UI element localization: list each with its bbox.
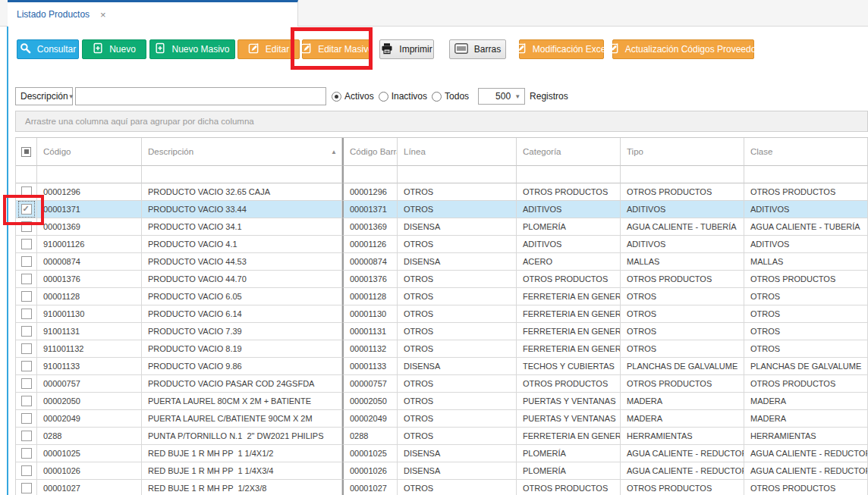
tab-close-icon[interactable]: × [100,10,106,20]
column-header-linea[interactable]: Línea [398,138,517,166]
cell-clase: MADERA [744,393,868,410]
cell-categoria: OTROS PRODUCTOS [517,480,621,495]
filter-cell [16,166,37,183]
column-header-codigo[interactable]: Código [37,138,142,166]
table-row[interactable]: 00000757 PRODUCTO VACIO PASAR COD 24GSFD… [16,375,868,393]
table-row[interactable]: 910001126 PRODUCTO VACIO 4.1 00001126 OT… [16,236,868,253]
table-row[interactable]: 00002050 PUERTA LAUREL 80CM X 2M + BATIE… [16,393,868,410]
table-row[interactable]: 00001296 PRODUCTO VACIO 32.65 CAJA 00001… [16,183,868,201]
row-checkbox-cell[interactable] [16,305,37,323]
row-checkbox-cell[interactable] [16,445,37,462]
nuevo-masivo-button[interactable]: Nuevo Masivo [149,39,235,59]
cell-categoria: FERRETERIA EN GENERAL [517,288,621,305]
table-row[interactable]: 00001371 PRODUCTO VACIO 33.44 00001371 O… [16,201,868,218]
cell-tipo: ADITIVOS [621,201,744,218]
row-checkbox[interactable] [21,326,32,337]
table-row[interactable]: 0288 PUNTA P/TORNILLO N.1 2" DW2021 PHIL… [16,428,868,445]
table-row[interactable]: 00002049 PUERTA LAUREL C/BATIENTE 90CM X… [16,410,868,428]
table-row[interactable]: 91001131 PRODUCTO VACIO 7.39 00001131 OT… [16,323,868,340]
cell-clase: MALLAS [744,253,868,271]
listado-productos-window: Listado Productos × Consultar Nuevo Nuev… [0,0,868,495]
column-header-codigo-barras[interactable]: Código Barras [342,138,398,166]
table-row[interactable]: 00001025 RED BUJE 1 R MH PP 1 1/4X1/2 00… [16,445,868,462]
filter-cell-clase[interactable] [744,166,868,183]
row-checkbox-cell[interactable] [16,323,37,340]
filter-cell-codigo[interactable] [37,166,142,183]
modificacion-excel-button[interactable]: Modificación Excel [519,39,604,59]
row-checkbox[interactable] [21,309,32,319]
search-field-selector[interactable]: Descripción ▼ [15,87,73,105]
cell-codigo-barras: 00001131 [342,323,398,340]
row-checkbox-cell[interactable] [16,288,37,305]
table-row[interactable]: 910001130 PRODUCTO VACIO 6.14 00001130 O… [16,305,868,323]
records-count-value: 500 [495,91,511,102]
row-checkbox[interactable] [21,239,32,249]
filter-cell-descripcion[interactable] [142,166,342,183]
filter-cell-categoria[interactable] [517,166,621,183]
column-header-tipo[interactable]: Tipo [621,138,744,166]
consultar-button[interactable]: Consultar [17,39,79,59]
table-row[interactable]: 00001376 PRODUCTO VACIO 44.70 00001376 O… [16,271,868,288]
cell-codigo: 00001376 [37,271,142,288]
row-checkbox-cell[interactable] [16,393,37,410]
row-checkbox[interactable] [21,483,32,493]
column-header-clase[interactable]: Clase [744,138,868,166]
grid-header-row: Código Descripción ▲ Código Barras Línea… [16,138,868,166]
barras-button[interactable]: Barras [449,39,506,59]
row-checkbox-cell[interactable] [16,428,37,445]
cell-linea: OTROS [398,428,517,445]
radio-inactivos[interactable]: Inactivos [379,91,427,102]
select-all-checkbox-cell[interactable] [16,138,37,166]
radio-todos[interactable]: Todos [432,91,469,102]
table-row[interactable]: 00001026 RED BUJE 1 R MH PP 1 1/4X3/4 00… [16,462,868,480]
cell-clase: OTROS [744,340,868,358]
row-checkbox[interactable] [21,465,32,476]
row-checkbox-cell[interactable] [16,480,37,495]
radio-todos-icon[interactable] [432,92,442,102]
row-checkbox-cell[interactable] [16,410,37,428]
group-by-panel[interactable]: Arrastre una columna aquí para agrupar p… [15,111,868,132]
filter-cell-linea[interactable] [398,166,517,183]
cell-codigo: 91001131 [37,323,142,340]
radio-activos[interactable]: Activos [332,91,374,102]
column-header-descripcion[interactable]: Descripción ▲ [142,138,342,166]
row-checkbox[interactable] [21,274,32,284]
column-header-categoria[interactable]: Categoría [517,138,621,166]
row-checkbox-cell[interactable] [16,375,37,393]
row-checkbox[interactable] [21,343,32,354]
table-row[interactable]: 00000874 PRODUCTO VACIO 44.53 00000874 D… [16,253,868,271]
table-row[interactable]: 911001132 PRODUCTO VACIO 8.19 00001132 O… [16,340,868,358]
select-all-checkbox[interactable] [21,147,31,157]
row-checkbox-cell[interactable] [16,236,37,253]
cell-codigo-barras: 0288 [342,428,398,445]
table-row[interactable]: 00001128 PRODUCTO VACIO 6.05 00001128 OT… [16,288,868,305]
row-checkbox[interactable] [21,256,32,267]
radio-activos-icon[interactable] [332,92,341,102]
actualizacion-codigos-proveedor-button[interactable]: Actualización Códigos Proveedor [612,39,754,59]
row-checkbox-cell[interactable] [16,462,37,480]
row-checkbox[interactable] [21,396,32,406]
table-row[interactable]: 00001027 RED BUJE 1 R MH PP 1/2X3/8 0000… [16,480,868,495]
row-checkbox[interactable] [21,378,32,389]
filter-cell-tipo[interactable] [621,166,744,183]
nuevo-button[interactable]: Nuevo [82,39,146,59]
cell-linea: OTROS [398,340,517,358]
row-checkbox[interactable] [21,448,32,459]
table-row[interactable]: 00001369 PRODUCTO VACIO 34.1 00001369 DI… [16,218,868,236]
row-checkbox-cell[interactable] [16,271,37,288]
row-checkbox-cell[interactable] [16,340,37,358]
row-checkbox[interactable] [21,413,32,424]
search-input[interactable] [75,87,326,105]
filter-cell-codigo-barras[interactable] [342,166,398,183]
row-checkbox[interactable] [21,291,32,302]
table-row[interactable]: 91001133 PRODUCTO VACIO 9.86 00001133 DI… [16,358,868,375]
records-count-select[interactable]: 500 ▼ [478,88,525,105]
cell-codigo: 00002049 [37,410,142,428]
row-checkbox[interactable] [21,361,32,371]
row-checkbox-cell[interactable] [16,253,37,271]
imprimir-button[interactable]: Imprimir [379,39,434,59]
tab-listado-productos[interactable]: Listado Productos × [8,0,298,27]
row-checkbox[interactable] [21,431,32,441]
row-checkbox-cell[interactable] [16,358,37,375]
radio-inactivos-icon[interactable] [379,92,388,102]
